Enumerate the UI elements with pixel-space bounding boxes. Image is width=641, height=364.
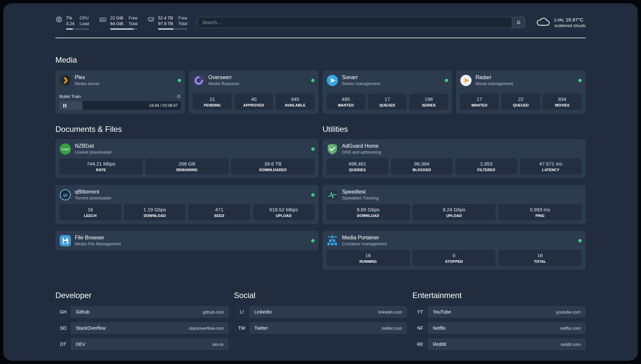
section-heading-media: Media xyxy=(55,55,586,65)
service-card-adguard[interactable]: AdGuard Home DNS and adblocking 498,461 … xyxy=(322,139,586,178)
stat-tile: 485 WANTED xyxy=(326,94,365,110)
service-card-filebrowser[interactable]: File Browser Media File Management xyxy=(55,231,319,250)
stat-label: STOPPED xyxy=(413,259,495,263)
stat-value: 40 xyxy=(235,96,273,102)
qbittorrent-icon: qb xyxy=(59,189,71,201)
pause-button[interactable] xyxy=(63,103,67,109)
stat-value: 39.6 TB xyxy=(232,161,314,167)
stat-value: 485 xyxy=(327,96,365,102)
service-stats: 744.21 Mbps RATE 266 GB REMAINING 39.6 T… xyxy=(59,158,315,174)
disk-free-value: 52.4 TB xyxy=(158,15,173,21)
bookmark-abbr: TW xyxy=(234,322,249,334)
service-title: Sonarr xyxy=(342,74,380,81)
stat-label: PING xyxy=(499,214,581,218)
stat-tile: 744.21 Mbps RATE xyxy=(59,158,143,174)
stat-label: TOTAL xyxy=(499,259,581,263)
bookmark-abbr: LI xyxy=(234,306,249,318)
search-engine-button[interactable]: G xyxy=(512,17,525,28)
stat-tile: 0 STOPPED xyxy=(412,250,496,266)
bookmark-group-entertainment: Entertainment YT YouTube youtube.com NF … xyxy=(412,291,586,350)
stat-tile: 21 PENDING xyxy=(193,94,232,110)
service-card-sonarr[interactable]: Sonarr Series management 485 WANTED 17 Q… xyxy=(322,71,452,113)
stat-tile: 16 LEECH xyxy=(59,204,121,220)
service-card-nzbget[interactable]: nzbget NZBGet Usenet downloader 744.21 M… xyxy=(55,139,319,178)
section-heading-developer: Developer xyxy=(55,291,229,300)
stat-tile: 1.19 Gbps DOWNLOAD xyxy=(124,204,186,220)
service-card-portainer[interactable]: Media Portainer Container management 16 … xyxy=(322,231,586,270)
cpu-icon xyxy=(55,16,63,24)
stat-label: RATE xyxy=(60,168,142,172)
memory-icon xyxy=(99,16,107,24)
stat-tile: 47.571 ms LATENCY xyxy=(520,158,582,174)
plex-now-playing: Bullet Train ⚙ 24:44 / 02:06:47 xyxy=(59,94,181,110)
stat-value: 2,953 xyxy=(456,161,517,167)
bookmark-netflix[interactable]: NF Netflix netflix.com xyxy=(412,322,586,334)
stat-tile: 17 QUEUED xyxy=(368,94,407,110)
system-stats-bar: 7% 3.24 CPU Load xyxy=(55,15,187,30)
stat-label: WANTED xyxy=(327,103,365,107)
service-title: Plex xyxy=(75,74,100,81)
stat-tile: 22 QUEUED xyxy=(502,94,540,110)
cpu-load-value: 3.24 xyxy=(66,21,74,26)
stat-value: 9.65 Gbps xyxy=(327,207,409,213)
service-subtitle: Series management xyxy=(342,81,380,86)
status-dot xyxy=(311,239,315,242)
stat-value: 0.993 ms xyxy=(499,207,581,213)
service-stats: 485 WANTED 17 QUEUED 196 SERIES xyxy=(326,94,448,110)
overseerr-icon xyxy=(193,75,205,86)
service-title: AdGuard Home xyxy=(342,143,381,149)
bookmark-stackoverflow[interactable]: SO StackOverflow stackoverflow.com xyxy=(55,322,229,334)
service-stats: 21 PENDING 40 APPROVED 945 AVAILABLE xyxy=(193,94,315,110)
service-card-radarr[interactable]: Radarr Movie management 17 WANTED 22 QUE… xyxy=(456,71,586,113)
bookmark-youtube[interactable]: YT YouTube youtube.com xyxy=(412,306,586,318)
search-input[interactable] xyxy=(197,17,525,28)
stat-tile: 196 SERIES xyxy=(409,94,448,110)
top-bar: 7% 3.24 CPU Load xyxy=(55,15,586,30)
stat-label: LEECH xyxy=(60,214,121,218)
bookmark-reddit[interactable]: RE Reddit reddit.com xyxy=(412,338,586,350)
service-card-qbittorrent[interactable]: qb qBittorrent Torrent downloader 16 LEE… xyxy=(55,185,319,224)
stat-label: DOWNLOAD xyxy=(125,214,185,218)
stat-value: 744.21 Mbps xyxy=(60,161,142,167)
stat-label: REMAINING xyxy=(146,168,228,172)
memory-free-value: 22 GiB xyxy=(110,15,123,21)
status-dot xyxy=(311,193,315,197)
cpu-load-label: Load xyxy=(79,21,89,26)
dashboard: 7% 3.24 CPU Load xyxy=(0,0,641,364)
stat-label: DOWNLOAD xyxy=(327,214,409,218)
memory-total-label: Total xyxy=(129,21,137,26)
bookmark-dev[interactable]: DT DEV dev.to xyxy=(55,338,229,350)
playback-progress-bar: 24:44 / 02:06:47 xyxy=(59,101,181,110)
service-subtitle: DNS and adblocking xyxy=(342,149,381,155)
stat-tile: 0.993 ms PING xyxy=(498,204,582,220)
bookmark-github[interactable]: GH Github github.com xyxy=(55,306,229,318)
service-stats: 16 RUNNING 0 STOPPED 16 TOTAL xyxy=(326,250,582,266)
bookmark-abbr: NF xyxy=(412,322,428,334)
stat-label: LATENCY xyxy=(521,168,581,172)
disk-total-value: 97.9 TB xyxy=(158,21,173,26)
service-title: NZBGet xyxy=(75,143,112,149)
bookmark-group-developer: Developer GH Github github.com SO StackO… xyxy=(55,291,229,350)
stat-value: 498,461 xyxy=(327,161,388,167)
service-card-overseerr[interactable]: Overseerr Media Requests 21 PENDING 40 A… xyxy=(189,71,319,113)
status-dot xyxy=(445,79,448,82)
service-card-plex[interactable]: Plex Media server Bullet Train ⚙ 24:44 /… xyxy=(55,71,185,113)
cpu-usage-label: CPU xyxy=(79,15,89,21)
bookmark-name: Github xyxy=(76,309,89,315)
bookmark-linkedin[interactable]: LI LinkedIn linkedin.com xyxy=(234,306,407,318)
service-stats: 498,461 QUERIES 86,384 BLOCKED 2,953 FIL… xyxy=(326,158,582,174)
stat-value: 266 GB xyxy=(146,161,228,167)
service-subtitle: Speedtest Tracking xyxy=(342,195,379,201)
stat-value: 86,384 xyxy=(392,161,452,167)
service-card-speedtest[interactable]: Speedtest Speedtest Tracking 9.65 Gbps D… xyxy=(322,185,586,224)
disk-total-label: Total xyxy=(178,21,187,26)
section-heading-social: Social xyxy=(234,291,407,300)
service-subtitle: Media Requests xyxy=(208,81,239,86)
player-settings-icon[interactable]: ⚙ xyxy=(177,94,181,99)
stat-value: 22 xyxy=(502,96,540,102)
bookmark-group-social: Social LI LinkedIn linkedin.com TW Twitt… xyxy=(234,291,407,350)
section-heading-documents: Documents & Files xyxy=(55,125,319,134)
stat-label: QUERIES xyxy=(327,168,388,172)
bookmark-twitter[interactable]: TW Twitter twitter.com xyxy=(234,322,407,334)
utilities-column: Utilities AdGuard Home DNS and adblockin… xyxy=(322,125,586,270)
